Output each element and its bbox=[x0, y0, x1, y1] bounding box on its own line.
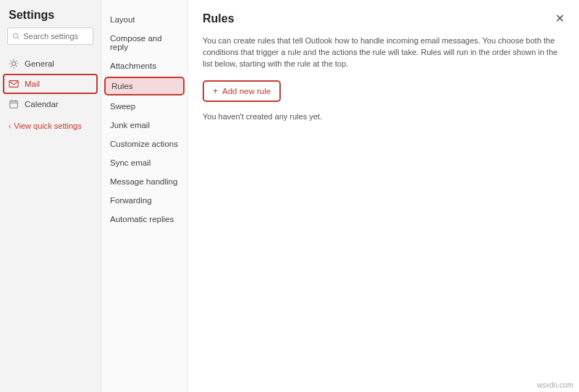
svg-line-1 bbox=[17, 38, 20, 40]
mid-item-attachments[interactable]: Attachments bbox=[101, 56, 187, 75]
main-panel: Rules ✕ You can create rules that tell O… bbox=[188, 0, 579, 392]
empty-state-text: You haven't created any rules yet. bbox=[203, 112, 565, 121]
rules-description: You can create rules that tell Outlook h… bbox=[203, 35, 565, 70]
mail-icon bbox=[9, 79, 19, 89]
view-quick-settings-link[interactable]: ‹ View quick settings bbox=[0, 114, 101, 137]
chevron-left-icon: ‹ bbox=[9, 122, 11, 130]
search-input[interactable] bbox=[23, 32, 88, 41]
mid-item-sweep[interactable]: Sweep bbox=[101, 97, 187, 116]
sidebar-item-calendar[interactable]: Calendar bbox=[0, 94, 101, 114]
calendar-icon bbox=[9, 99, 19, 109]
mid-item-msghandling[interactable]: Message handling bbox=[101, 172, 187, 191]
svg-point-0 bbox=[13, 33, 17, 38]
gear-icon bbox=[9, 59, 19, 69]
mail-settings-sidebar: Layout Compose and reply Attachments Rul… bbox=[101, 0, 188, 392]
sidebar-label-mail: Mail bbox=[25, 80, 40, 88]
plus-icon: + bbox=[213, 86, 218, 96]
mid-item-compose[interactable]: Compose and reply bbox=[101, 29, 187, 56]
search-icon bbox=[12, 32, 20, 41]
svg-point-2 bbox=[12, 61, 15, 65]
quick-settings-label: View quick settings bbox=[14, 122, 81, 130]
svg-rect-4 bbox=[10, 101, 18, 108]
settings-title: Settings bbox=[0, 6, 101, 27]
settings-sidebar: Settings General Mail Calendar ‹ View qu… bbox=[0, 0, 101, 392]
mid-item-autoreplies[interactable]: Automatic replies bbox=[101, 210, 187, 229]
sidebar-item-mail[interactable]: Mail bbox=[3, 74, 98, 94]
sidebar-item-general[interactable]: General bbox=[0, 54, 101, 74]
svg-rect-3 bbox=[9, 81, 18, 88]
sidebar-label-calendar: Calendar bbox=[25, 100, 59, 108]
mid-item-forwarding[interactable]: Forwarding bbox=[101, 191, 187, 210]
close-icon[interactable]: ✕ bbox=[555, 12, 565, 25]
add-new-rule-button[interactable]: + Add new rule bbox=[203, 80, 281, 102]
mid-item-sync[interactable]: Sync email bbox=[101, 153, 187, 172]
mid-item-customize[interactable]: Customize actions bbox=[101, 135, 187, 153]
search-box[interactable] bbox=[7, 27, 93, 45]
mid-item-layout[interactable]: Layout bbox=[101, 10, 187, 29]
watermark-text: wsxdn.com bbox=[537, 381, 573, 389]
mid-item-junk[interactable]: Junk email bbox=[101, 116, 187, 135]
sidebar-label-general: General bbox=[25, 59, 54, 68]
mid-item-rules[interactable]: Rules bbox=[104, 77, 185, 95]
add-rule-label: Add new rule bbox=[222, 87, 271, 95]
page-title: Rules bbox=[203, 12, 234, 25]
